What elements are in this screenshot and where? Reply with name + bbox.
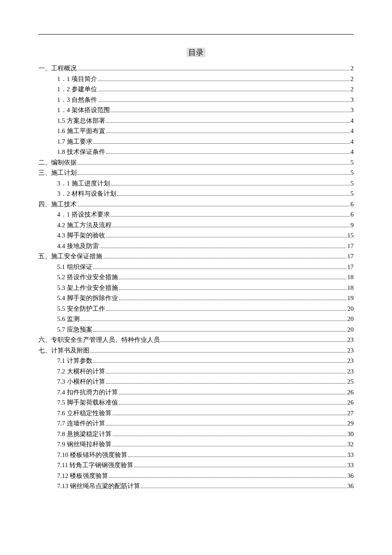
toc-entry-page: 2	[351, 86, 354, 92]
toc-entry-label: 7.8 悬挑梁稳定计算	[57, 431, 112, 437]
toc-entry-label: 1．1 项目简介	[57, 76, 97, 82]
toc-entry-page: 26	[347, 389, 354, 396]
toc-leader-dots	[111, 216, 350, 217]
toc-leader-dots	[111, 112, 350, 112]
toc-entry[interactable]: 1．4 架体搭设范围3	[38, 107, 354, 113]
toc-title-text: 目录	[187, 48, 205, 57]
toc-entry[interactable]: 7.2 大横杆的计算23	[38, 368, 354, 375]
toc-entry[interactable]: 四、施工技术6	[38, 201, 354, 208]
toc-entry-page: 36	[347, 483, 354, 489]
toc-entry-label: 7.7 连墙件的计算	[57, 420, 105, 427]
toc-entry[interactable]: 5.1 组织保证17	[38, 264, 354, 270]
toc-entry[interactable]: 5.6 监测20	[38, 316, 354, 322]
toc-entry-label: 5.1 组织保证	[57, 264, 92, 270]
toc-entry-page: 33	[347, 462, 354, 468]
toc-entry-page: 27	[347, 410, 354, 416]
toc-entry-page: 6	[351, 211, 354, 218]
toc-entry-page: 3	[351, 107, 354, 113]
toc-entry[interactable]: 1.6 施工平面布置4	[38, 128, 354, 134]
toc-entry-label: 二、编制依据	[38, 159, 77, 166]
toc-entry[interactable]: 7.13 钢丝绳吊点梁的配筋计算36	[38, 483, 354, 489]
toc-entry-page: 4	[351, 128, 354, 134]
toc-entry[interactable]: 二、编制依据5	[38, 159, 354, 166]
toc-entry-page: 20	[347, 306, 354, 312]
toc-entry[interactable]: 7.9 钢丝绳拉杆验算32	[38, 441, 354, 448]
toc-entry[interactable]: 7.5 脚手架荷载标准值26	[38, 399, 354, 406]
toc-entry-page: 4	[351, 149, 354, 155]
toc-entry-page: 19	[347, 295, 354, 301]
toc-entry[interactable]: 4．1 搭设技术要求6	[38, 211, 354, 218]
toc-entry-page: 5	[351, 191, 354, 197]
toc-entry-page: 23	[347, 347, 354, 354]
toc-leader-dots	[141, 488, 346, 488]
toc-entry[interactable]: 7.10 楼板锚环的强度验算33	[38, 452, 354, 458]
toc-leader-dots	[78, 174, 350, 175]
toc-leader-dots	[106, 373, 347, 373]
toc-leader-dots	[106, 133, 350, 133]
toc-entry-page: 18	[347, 285, 354, 291]
toc-entry[interactable]: 5.5 安全防护工作20	[38, 306, 354, 312]
toc-entry[interactable]: 7.7 连墙件的计算29	[38, 420, 354, 427]
toc-entry-label: 1．2 参建单位	[57, 86, 97, 92]
toc-entry[interactable]: 7.11 转角工字钢钢强度验算33	[38, 462, 354, 468]
toc-entry[interactable]: 3．1 施工进度计划5	[38, 180, 354, 187]
toc-entry-page: 4	[351, 139, 354, 145]
toc-entry-label: 7.10 楼板锚环的强度验算	[57, 452, 127, 458]
toc-entry[interactable]: 1.8 技术保证条件4	[38, 149, 354, 155]
toc-leader-dots	[98, 81, 350, 81]
toc-entry[interactable]: 7.1 计算参数23	[38, 358, 354, 364]
toc-leader-dots	[93, 362, 347, 363]
toc-entry-label: 1.7 施工要求	[57, 139, 92, 145]
toc-entry[interactable]: 七、计算书及附图23	[38, 347, 354, 354]
toc-entry[interactable]: 一、工程概况2	[38, 65, 354, 72]
toc-leader-dots	[109, 477, 346, 478]
toc-entry-label: 7.3 小横杆的计算	[57, 379, 105, 385]
toc-entry-label: 4．1 搭设技术要求	[57, 211, 110, 218]
toc-leader-dots	[98, 91, 350, 91]
toc-entry[interactable]: 1.7 施工要求4	[38, 139, 354, 145]
toc-leader-dots	[103, 258, 346, 258]
toc-entry-label: 四、施工技术	[38, 201, 77, 208]
toc-entry-label: 一、工程概况	[38, 65, 77, 72]
toc-entry-page: 17	[347, 243, 354, 249]
toc-entry-label: 7.1 计算参数	[57, 358, 92, 364]
toc-entry[interactable]: 7.6 立杆稳定性验算27	[38, 410, 354, 416]
toc-entry[interactable]: 1．1 项目简介2	[38, 76, 354, 82]
toc-entry[interactable]: 4.3 脚手架的验收15	[38, 232, 354, 239]
toc-entry[interactable]: 4.4 接地及防雷17	[38, 243, 354, 249]
toc-entry-page: 5	[351, 180, 354, 187]
toc-entry-label: 1.6 施工平面布置	[57, 128, 105, 134]
toc-entry-label: 1．4 架体搭设范围	[57, 107, 110, 113]
toc-entry[interactable]: 5.2 搭设作业安全措施18	[38, 274, 354, 280]
toc-entry-label: 5.5 安全防护工作	[57, 306, 105, 312]
toc-entry[interactable]: 1．3 自然条件3	[38, 97, 354, 103]
toc-entry[interactable]: 7.3 小横杆的计算25	[38, 379, 354, 385]
toc-entry-page: 5	[351, 159, 354, 166]
toc-entry[interactable]: 三、施工计划5	[38, 170, 354, 176]
toc-entry-label: 7.5 脚手架荷载标准值	[57, 399, 118, 406]
toc-entry-page: 20	[347, 316, 354, 322]
toc-entry[interactable]: 五、施工安全保证措施17	[38, 253, 354, 260]
toc-entry[interactable]: 5.7 应急预案20	[38, 327, 354, 333]
toc-entry[interactable]: 7.12 楼板强度验算36	[38, 473, 354, 479]
toc-entry[interactable]: 5.3 架上作业安全措施18	[38, 285, 354, 291]
toc-entry-label: 7.12 楼板强度验算	[57, 473, 108, 479]
toc-entry-page: 2	[351, 76, 354, 82]
toc-entry-page: 32	[347, 441, 354, 448]
toc-entry-label: 7.9 钢丝绳拉杆验算	[57, 441, 112, 448]
toc-entry-label: 4.2 施工方法及流程	[57, 222, 112, 228]
toc-entry[interactable]: 5.4 脚手架的拆除作业19	[38, 295, 354, 301]
toc-entry[interactable]: 7.4 扣件抗滑力的计算26	[38, 389, 354, 396]
toc-entry[interactable]: 7.8 悬挑梁稳定计算30	[38, 431, 354, 437]
toc-entry[interactable]: 3．2 材料与设备计划5	[38, 191, 354, 197]
toc-entry[interactable]: 六、专职安全生产管理人员、特种作业人员23	[38, 337, 354, 343]
toc-entry-label: 1.8 技术保证条件	[57, 149, 105, 155]
toc-entry[interactable]: 1.5 方案总体部署4	[38, 118, 354, 124]
toc-leader-dots	[93, 331, 347, 332]
toc-entry-page: 20	[347, 327, 354, 333]
toc-entry[interactable]: 1．2 参建单位2	[38, 86, 354, 92]
toc-leader-dots	[106, 310, 347, 311]
toc-entry[interactable]: 4.2 施工方法及流程9	[38, 222, 354, 228]
toc-leader-dots	[93, 269, 347, 269]
toc-entry-page: 17	[347, 253, 354, 260]
